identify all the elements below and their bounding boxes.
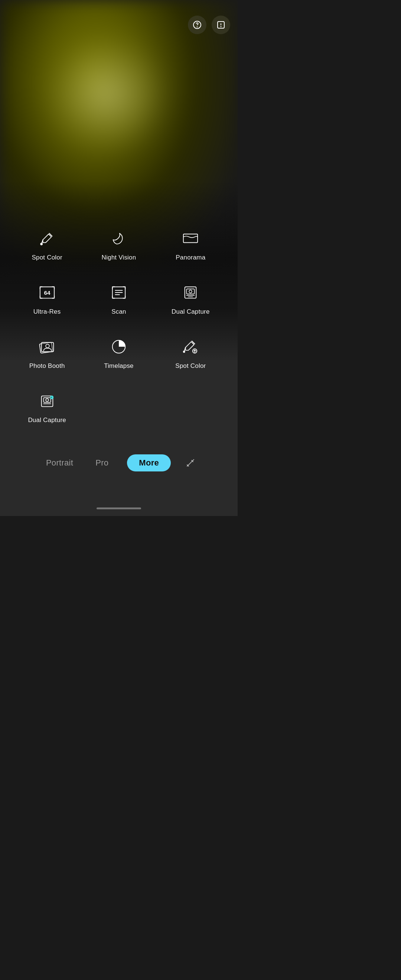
mode-scan[interactable]: Scan <box>83 272 154 326</box>
top-action-bar <box>188 16 230 34</box>
eyedropper-icon <box>37 228 57 249</box>
help-button[interactable] <box>188 16 207 34</box>
report-icon <box>216 21 225 29</box>
svg-point-31 <box>46 399 49 402</box>
mode-panorama[interactable]: Panorama <box>155 218 226 272</box>
tab-portrait[interactable]: Portrait <box>42 456 77 470</box>
edit-icon <box>186 458 195 468</box>
svg-rect-21 <box>41 343 54 352</box>
mode-photo-booth[interactable]: Photo Booth <box>11 326 83 380</box>
timelapse-icon <box>108 336 129 357</box>
mode-spot-color-2[interactable]: Spot Color <box>155 326 226 380</box>
mode-night-vision[interactable]: Night Vision <box>83 218 154 272</box>
mode-dual-capture-2-label: Dual Capture <box>28 417 66 424</box>
sixtyfour-icon: 64 <box>37 282 57 303</box>
moon-icon <box>108 228 129 249</box>
mode-scan-label: Scan <box>111 308 126 315</box>
svg-point-19 <box>189 290 192 293</box>
svg-point-26 <box>183 351 185 353</box>
home-indicator <box>97 508 141 509</box>
mode-photo-booth-label: Photo Booth <box>29 362 65 370</box>
mode-night-vision-label: Night Vision <box>102 254 136 261</box>
mode-spot-color-2-label: Spot Color <box>175 362 206 370</box>
help-icon <box>193 21 202 29</box>
mode-spot-color-1-label: Spot Color <box>32 254 62 261</box>
svg-point-7 <box>40 243 42 245</box>
mode-ultra-res-label: Ultra-Res <box>33 308 61 315</box>
tab-more[interactable]: More <box>127 454 171 471</box>
svg-text:64: 64 <box>44 290 51 296</box>
modes-grid: Spot Color Night Vision Panorama <box>0 218 238 434</box>
edit-modes-button[interactable] <box>186 458 195 468</box>
svg-point-4 <box>221 26 221 27</box>
camera-tab-bar: Portrait Pro More <box>0 454 238 471</box>
report-button[interactable] <box>212 16 230 34</box>
mode-timelapse-label: Timelapse <box>104 362 134 370</box>
mode-dual-capture-2[interactable]: Dual Capture <box>11 380 83 434</box>
svg-point-1 <box>197 27 197 27</box>
mode-panorama-label: Panorama <box>176 254 205 261</box>
scan-icon <box>108 282 129 303</box>
eyedropper-arrow-icon <box>180 336 201 357</box>
dual-capture-2-icon <box>37 390 57 411</box>
photo-booth-icon <box>37 336 57 357</box>
tab-pro[interactable]: Pro <box>92 456 112 470</box>
mode-dual-capture-1[interactable]: Dual Capture <box>155 272 226 326</box>
mode-dual-capture-1-label: Dual Capture <box>172 308 210 315</box>
dual-capture-icon <box>180 282 201 303</box>
svg-point-33 <box>50 396 54 399</box>
panorama-icon <box>180 228 201 249</box>
mode-ultra-res[interactable]: 64 Ultra-Res <box>11 272 83 326</box>
svg-rect-8 <box>183 234 197 243</box>
mode-timelapse[interactable]: Timelapse <box>83 326 154 380</box>
mode-spot-color-1[interactable]: Spot Color <box>11 218 83 272</box>
